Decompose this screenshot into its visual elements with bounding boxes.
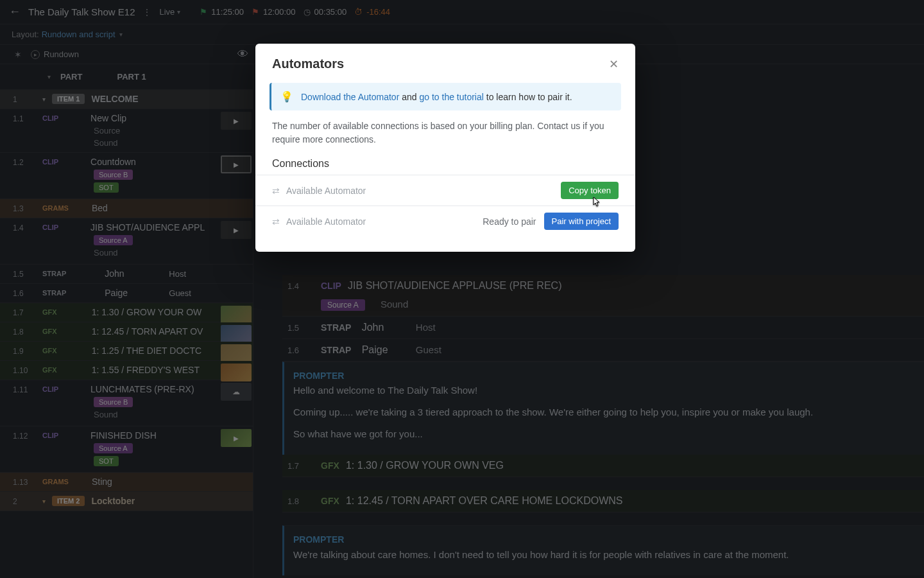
- close-icon[interactable]: ✕: [609, 57, 619, 71]
- connection-row: ⇄ Available Automator Ready to pair Pair…: [255, 206, 635, 236]
- connection-label: Available Automator: [286, 216, 366, 227]
- banner-text: to learn how to pair it.: [484, 92, 572, 102]
- pair-project-button[interactable]: Pair with project: [544, 213, 619, 230]
- download-automator-link[interactable]: Download the Automator: [301, 92, 399, 102]
- connection-label: Available Automator: [286, 186, 366, 196]
- lightbulb-icon: 💡: [280, 91, 293, 103]
- modal-title: Automators: [272, 57, 344, 71]
- modal-description: The number of available connections is b…: [255, 119, 635, 158]
- automators-modal: Automators ✕ 💡 Download the Automator an…: [255, 44, 635, 252]
- copy-token-button[interactable]: Copy token: [561, 182, 619, 199]
- connections-heading: Connections: [255, 158, 635, 175]
- automator-icon: ⇄: [272, 186, 280, 196]
- banner-text: and: [399, 92, 419, 102]
- connection-status: Ready to pair: [483, 216, 536, 227]
- connection-row: ⇄ Available Automator Copy token: [255, 175, 635, 206]
- automator-icon: ⇄: [272, 216, 280, 227]
- info-banner: 💡 Download the Automator and go to the t…: [270, 83, 621, 110]
- tutorial-link[interactable]: go to the tutorial: [419, 92, 483, 102]
